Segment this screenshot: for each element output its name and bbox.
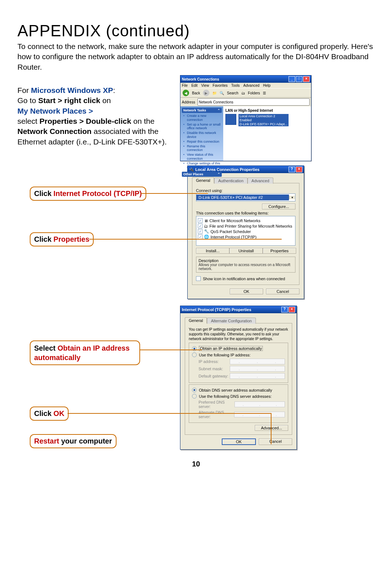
chevron-down-icon[interactable]: ▾	[289, 196, 295, 199]
cancel-button[interactable]: Cancel	[259, 438, 292, 445]
network-connections-window: Network Connections _ □ × File Edit View…	[180, 75, 311, 161]
forward-button[interactable]: ▶	[203, 90, 209, 96]
menu-help[interactable]: Help	[263, 83, 271, 87]
views-icon[interactable]: ☰	[263, 91, 266, 95]
checkbox[interactable]: ✓	[198, 218, 203, 223]
uninstall-button[interactable]: Uninstall	[229, 248, 263, 254]
description-text: Allows your computer to access resources…	[199, 263, 290, 271]
network-client-icon: 🖥	[204, 219, 208, 223]
show-icon-checkbox[interactable]	[196, 276, 201, 281]
close-button[interactable]: ×	[296, 167, 302, 172]
folders-icon[interactable]: 🗂	[241, 91, 245, 95]
back-label[interactable]: Back	[192, 91, 200, 95]
menu-favorites[interactable]: Favorites	[213, 83, 228, 87]
properties-button[interactable]: Properties	[263, 248, 296, 254]
radio-use-ip[interactable]	[192, 352, 197, 357]
os-name: Microsoft Windows XP	[31, 86, 113, 94]
connection-name: Local Area Connection 2	[240, 114, 275, 118]
list-item[interactable]: Client for Microsoft Networks	[209, 219, 261, 223]
radio-obtain-dns[interactable]	[192, 388, 197, 392]
window-title: Network Connections	[182, 77, 219, 81]
task-item[interactable]: Change settings of this connection	[187, 161, 222, 170]
advanced-button[interactable]: Advanced...	[255, 425, 288, 431]
collapse-icon[interactable]: ⌃	[217, 109, 220, 112]
adapter-dropdown[interactable]: D-Link DFE-530TX+ PCI Adapter #2 ▾	[196, 193, 295, 201]
subnet-label: Subnet mask:	[199, 367, 223, 371]
blurb-text: You can get IP settings assigned automat…	[189, 327, 288, 341]
tab-advanced[interactable]: Advanced	[248, 177, 273, 184]
tab-alternate-configuration[interactable]: Alternate Configuration	[207, 318, 256, 324]
task-item[interactable]: Disable this network device	[187, 131, 222, 139]
connection-item[interactable]: Local Area Connection 2 Enabled D-Link D…	[225, 114, 309, 126]
pdns-input: ...	[234, 401, 285, 407]
pdns-label: Preferred DNS server:	[199, 400, 234, 409]
items-listbox[interactable]: ✓🖥Client for Microsoft Networks ✓🗂File a…	[196, 216, 295, 246]
folders-label[interactable]: Folders	[248, 91, 260, 95]
description-label: Description	[199, 258, 219, 263]
address-label: Address	[182, 100, 195, 104]
task-item[interactable]: Repair this connection	[187, 139, 222, 144]
link-text: My Network Places >	[17, 107, 93, 115]
checkbox[interactable]: ✓	[198, 224, 203, 228]
checkbox[interactable]: ✓	[198, 229, 203, 234]
task-item[interactable]: Set up a home or small office network	[187, 122, 222, 131]
bold-text: Properties > Double-click	[40, 117, 131, 125]
show-icon-label: Show icon in notification area when conn…	[203, 277, 285, 281]
menu-edit[interactable]: Edit	[191, 83, 197, 87]
menu-bar[interactable]: File Edit View Favorites Tools Advanced …	[180, 83, 311, 88]
subnet-input: ...	[230, 366, 285, 372]
minimize-button[interactable]: _	[289, 76, 295, 82]
back-button[interactable]: ◀	[183, 90, 189, 96]
adns-input: ...	[234, 412, 285, 417]
address-input[interactable]	[197, 98, 310, 106]
install-button[interactable]: Install...	[196, 248, 229, 254]
configure-button[interactable]: Configure...	[262, 204, 295, 209]
task-item[interactable]: Rename this connection	[187, 144, 222, 153]
radio-obtain-ip[interactable]	[192, 346, 197, 351]
cancel-button[interactable]: Cancel	[266, 289, 299, 294]
titlebar: Network Connections _ □ ×	[180, 75, 311, 83]
menu-tools[interactable]: Tools	[231, 83, 240, 87]
help-button[interactable]: ?	[289, 167, 295, 172]
for-prefix: For	[17, 86, 31, 94]
ok-button[interactable]: OK	[230, 289, 263, 294]
up-icon[interactable]: 📁	[212, 91, 217, 95]
text: select	[17, 117, 40, 125]
search-icon[interactable]: 🔍	[220, 91, 224, 95]
search-label[interactable]: Search	[227, 91, 238, 95]
maximize-button[interactable]: □	[296, 76, 302, 82]
list-item[interactable]: Internet Protocol (TCP/IP)	[211, 235, 257, 239]
menu-file[interactable]: File	[182, 83, 188, 87]
list-item[interactable]: QoS Packet Scheduler	[211, 229, 251, 234]
menu-view[interactable]: View	[201, 83, 209, 87]
text: Go to	[17, 96, 38, 105]
radio-use-dns[interactable]	[192, 394, 197, 399]
colon: :	[113, 86, 115, 94]
list-item[interactable]: File and Printer Sharing for Microsoft N…	[209, 224, 292, 228]
qos-icon: 🔧	[204, 229, 209, 234]
close-button[interactable]: ×	[303, 76, 310, 82]
tab-general[interactable]: General	[185, 317, 207, 323]
ok-button[interactable]: OK	[222, 438, 256, 445]
radio-label: Use the following DNS server addresses:	[199, 394, 272, 399]
collapse-icon[interactable]: ⌃	[217, 172, 220, 176]
toolbar: ◀ Back ▶ 📁 🔍Search 🗂Folders ☰	[180, 88, 311, 98]
gateway-input: ...	[230, 373, 285, 379]
bold-text: Network Connection	[17, 127, 91, 135]
adapter-value: D-Link DFE-530TX+ PCI Adapter #2	[196, 195, 289, 200]
tasks-header: Network Tasks	[183, 109, 206, 112]
category-label: LAN or High-Speed Internet	[225, 109, 309, 113]
tab-authentication[interactable]: Authentication	[214, 177, 248, 184]
task-item[interactable]: View status of this connection	[187, 152, 222, 161]
task-item[interactable]: Create a new connection	[187, 114, 222, 122]
close-button[interactable]: ×	[289, 307, 295, 313]
tab-general[interactable]: General	[192, 177, 214, 183]
page-number: 10	[17, 460, 375, 468]
menu-advanced[interactable]: Advanced	[243, 83, 259, 87]
tasks-pane: Network Tasks⌃ Create a new connection S…	[180, 106, 223, 161]
connection-adapter: D-Link DFE-530TX+ PCI Adapt...	[240, 122, 287, 126]
help-button[interactable]: ?	[281, 307, 288, 313]
connect-using-label: Connect using:	[196, 188, 295, 193]
tcpip-properties-dialog: Internet Protocol (TCP/IP) Properties ? …	[180, 306, 297, 450]
checkbox[interactable]: ✓	[198, 234, 203, 239]
